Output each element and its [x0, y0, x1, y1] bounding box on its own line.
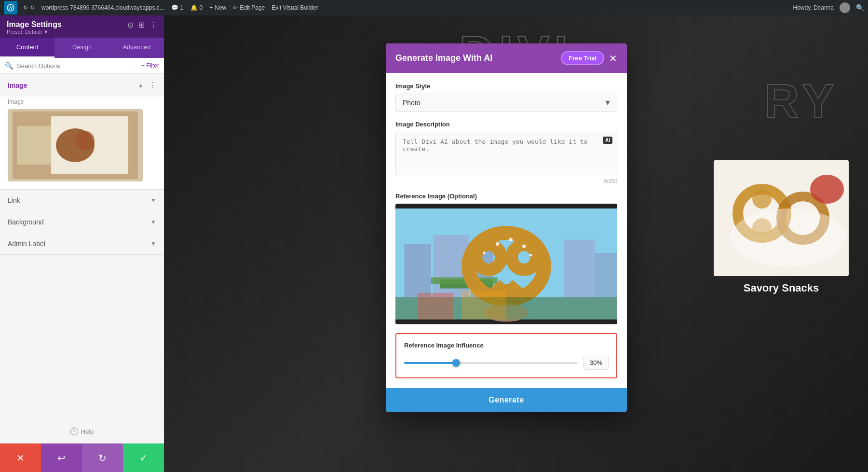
user-avatar[interactable] [840, 2, 850, 13]
image-more-icon[interactable]: ⋮ [149, 81, 156, 90]
slider-track[interactable] [404, 362, 578, 364]
user-greeting: Howdy, Deanna [793, 4, 834, 11]
left-panel: Image Settings Preset: Default ▼ ⊙ ⊞ ⋮ C… [0, 15, 164, 472]
background-section: Background ▼ [0, 211, 164, 233]
help-label[interactable]: Help [81, 428, 94, 435]
svg-point-27 [522, 245, 526, 248]
panel-title: Image Settings [7, 20, 62, 29]
savory-svg [714, 160, 849, 276]
generate-button[interactable]: Generate [386, 388, 627, 412]
exit-builder-button[interactable]: Exit Visual Builder [271, 4, 318, 11]
slider-thumb[interactable] [452, 359, 460, 367]
image-description-label: Image Description [395, 121, 617, 128]
background-section-header[interactable]: Background ▼ [0, 211, 164, 233]
image-field-label: Image [0, 97, 164, 109]
comment-count[interactable]: 💬 1 [171, 4, 184, 11]
modal-footer: Generate [386, 388, 627, 412]
slider-value[interactable]: 30% [583, 356, 609, 370]
svg-point-25 [496, 242, 499, 246]
image-preview-inner [8, 109, 143, 181]
filter-button[interactable]: + Filter [141, 62, 159, 69]
fullscreen-icon[interactable]: ⊙ [127, 20, 134, 29]
ai-modal: Generate Image With AI Free Trial ✕ Imag… [386, 43, 627, 412]
admin-label-section-title: Admin Label [8, 240, 45, 248]
svg-point-9 [752, 189, 772, 208]
image-style-group: Image Style Photo ▼ [395, 83, 617, 112]
ai-badge: AI [603, 137, 612, 144]
search-input[interactable] [17, 62, 137, 69]
reference-image-group: Reference Image (Optional) [395, 193, 617, 324]
slider-fill [404, 362, 456, 364]
wp-bar-right: Howdy, Deanna 🔍 [793, 2, 865, 13]
svg-rect-15 [404, 244, 431, 297]
search-icon[interactable]: 🔍 [856, 4, 864, 12]
textarea-wrapper: AI [395, 132, 617, 177]
wp-bar-actions: ↻ ↻ wordpress-784896-3766464.cloudwaysap… [23, 4, 318, 11]
save-button[interactable]: ✓ [123, 444, 164, 472]
tab-content[interactable]: Content [0, 38, 54, 58]
redo-button[interactable]: ↻ [82, 444, 123, 472]
image-section-header[interactable]: Image ▲ ⋮ [0, 74, 164, 97]
link-section-title: Link [8, 196, 20, 204]
modal-header: Generate Image With AI Free Trial ✕ [386, 43, 627, 73]
svg-rect-6 [17, 126, 51, 165]
reference-image-label: Reference Image (Optional) [395, 193, 617, 200]
notifications[interactable]: 🔔 0 [190, 4, 203, 11]
image-preview [8, 109, 143, 181]
more-options-icon[interactable]: ⋮ [149, 20, 157, 29]
char-count: 0/200 [395, 178, 617, 184]
panel-footer: ? Help [0, 420, 164, 443]
new-button[interactable]: + New [209, 4, 226, 11]
svg-rect-18 [564, 239, 595, 297]
savory-image [714, 160, 849, 276]
free-trial-badge[interactable]: Free Trial [561, 51, 604, 65]
modal-header-right: Free Trial ✕ [561, 51, 617, 65]
help-icon: ? [70, 428, 78, 435]
svg-rect-32 [418, 293, 453, 319]
panel-header-icons: ⊙ ⊞ ⋮ [127, 20, 157, 29]
admin-label-section-header[interactable]: Admin Label ▼ [0, 233, 164, 254]
pretzel-reference-svg [395, 204, 617, 324]
panel-preset[interactable]: Preset: Default ▼ [7, 29, 62, 35]
layout-icon[interactable]: ⊞ [138, 20, 145, 29]
panel-header: Image Settings Preset: Default ▼ ⊙ ⊞ ⋮ [0, 15, 164, 38]
reference-image-container [395, 204, 617, 324]
panel-tabs: Content Design Advanced [0, 38, 164, 58]
admin-label-collapse-arrow[interactable]: ▼ [150, 240, 156, 247]
divi-title-2: RY [764, 73, 839, 129]
svg-point-12 [810, 175, 844, 204]
preview-svg [13, 111, 138, 179]
background-collapse-arrow[interactable]: ▼ [150, 219, 156, 225]
panel-search: 🔍 + Filter [0, 58, 164, 74]
site-url: wordpress-784896-3766464.cloudwaysapps.c… [41, 4, 164, 11]
modal-title: Generate Image With AI [395, 53, 492, 63]
slider-row: 30% [404, 356, 609, 370]
svg-text:W: W [8, 5, 13, 11]
svg-point-5 [75, 131, 95, 150]
image-style-select-wrapper: Photo ▼ [395, 94, 617, 112]
image-section: Image ▲ ⋮ Image [0, 74, 164, 190]
link-section: Link ▼ [0, 190, 164, 211]
wp-admin-bar: W ↻ ↻ wordpress-784896-3766464.cloudways… [0, 0, 868, 15]
image-description-textarea[interactable] [395, 132, 617, 175]
influence-label: Reference Image Influence [404, 342, 609, 349]
image-style-select[interactable]: Photo [395, 94, 617, 112]
svg-rect-19 [595, 253, 617, 297]
link-collapse-arrow[interactable]: ▼ [150, 197, 156, 204]
admin-label-section: Admin Label ▼ [0, 233, 164, 255]
modal-close-button[interactable]: ✕ [609, 53, 617, 64]
image-collapse-arrow[interactable]: ▲ [138, 82, 144, 89]
edit-page-button[interactable]: ✏ Edit Page [233, 4, 265, 11]
savory-card: Savory Snacks [714, 160, 849, 294]
background-section-title: Background [8, 218, 44, 226]
image-description-group: Image Description AI 0/200 [395, 121, 617, 184]
tab-design[interactable]: Design [54, 38, 109, 58]
cancel-button[interactable]: ✕ [0, 444, 41, 472]
wp-logo[interactable]: W [4, 1, 17, 14]
tab-advanced[interactable]: Advanced [109, 38, 164, 58]
search-icon: 🔍 [5, 62, 13, 69]
undo-button[interactable]: ↩ [41, 444, 82, 472]
refresh-button[interactable]: ↻ ↻ [23, 4, 35, 11]
link-section-header[interactable]: Link ▼ [0, 190, 164, 211]
svg-point-28 [483, 251, 486, 254]
